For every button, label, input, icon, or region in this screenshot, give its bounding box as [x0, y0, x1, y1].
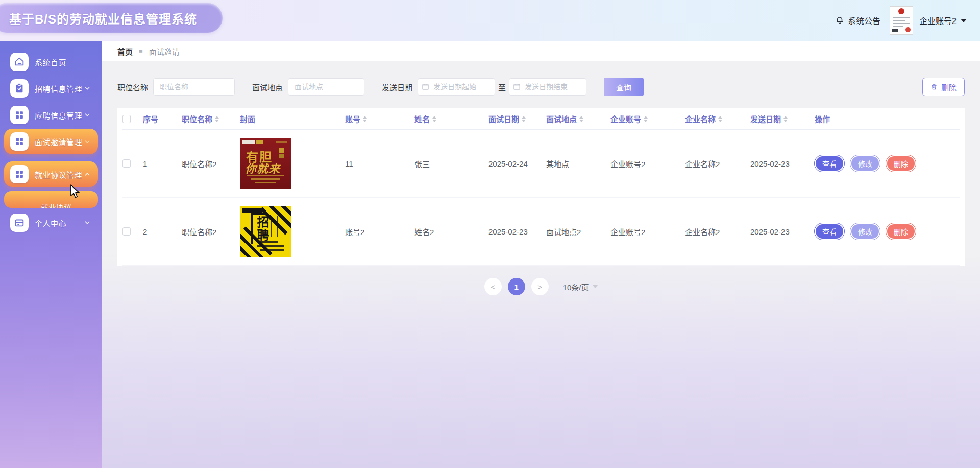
sort-icon[interactable]	[363, 116, 367, 122]
col-header-company-name[interactable]: 企业名称	[685, 113, 716, 124]
main-area: 首页 ≡ 面试邀请 职位名称 面试地点 发送日期	[102, 41, 980, 468]
account-dropdown-icon[interactable]	[961, 19, 967, 22]
sort-icon[interactable]	[718, 116, 722, 122]
cell-position: 职位名称2	[182, 158, 216, 169]
col-header-cover: 封面	[240, 113, 255, 124]
prev-page-button[interactable]: <	[484, 278, 502, 295]
sort-icon[interactable]	[783, 116, 788, 122]
clipboard-icon	[10, 79, 29, 98]
sort-icon[interactable]	[644, 116, 648, 122]
row-checkbox[interactable]	[122, 227, 131, 236]
calendar-icon	[513, 83, 521, 92]
sidebar-label: 招聘信息管理	[35, 83, 82, 94]
sidebar-item-interview-invite[interactable]: 面试邀请管理	[4, 129, 98, 154]
page-size-label: 10条/页	[563, 282, 589, 292]
sidebar-label: 个人中心	[35, 218, 66, 228]
grid-icon	[10, 106, 29, 124]
view-button[interactable]: 查看	[815, 155, 844, 172]
cell-interview-date: 2025-02-24	[488, 159, 528, 168]
cell-name: 张三	[414, 158, 430, 169]
grid-icon	[10, 132, 29, 151]
col-header-interview-location[interactable]: 面试地点	[546, 113, 577, 124]
cell-company-account: 企业账号2	[610, 226, 645, 237]
avatar[interactable]	[890, 6, 913, 35]
sidebar-item-recruitment[interactable]: 招聘信息管理	[4, 76, 98, 101]
avatar-line	[893, 26, 903, 27]
cell-name: 姓名2	[414, 226, 434, 237]
sort-icon[interactable]	[432, 116, 436, 122]
cell-company-account: 企业账号2	[610, 158, 645, 169]
sidebar-label: 就业协议管理	[35, 169, 82, 180]
page-number[interactable]: 1	[508, 278, 525, 295]
breadcrumb: 首页 ≡ 面试邀请	[102, 41, 980, 61]
cell-interview-location: 某地点	[546, 158, 569, 169]
position-label: 职位名称	[117, 82, 148, 92]
table-row: 1 职位名称2 有胆 你就来	[122, 130, 960, 198]
app-title-pill: 基于B/S的劳动就业信息管理系统	[0, 3, 223, 33]
cover-decoration	[255, 182, 276, 183]
col-header-position[interactable]: 职位名称	[182, 113, 212, 124]
col-header-account[interactable]: 账号	[345, 113, 360, 124]
edit-button[interactable]: 修改	[850, 155, 880, 172]
breadcrumb-current: 面试邀请	[149, 46, 180, 57]
search-button[interactable]: 查询	[604, 78, 644, 96]
sidebar-label: 应聘信息管理	[35, 110, 82, 121]
sort-icon[interactable]	[579, 116, 583, 122]
sidebar-item-home[interactable]: 系统首页	[4, 49, 98, 75]
next-page-button[interactable]: >	[531, 278, 549, 295]
cell-send-date: 2025-02-23	[750, 227, 790, 236]
batch-delete-button[interactable]: 删除	[922, 78, 965, 96]
col-header-company-account[interactable]: 企业账号	[610, 113, 641, 124]
data-table: 序号 职位名称 封面 账号 姓名 面试日期 面试地点 企业账号 企业名称	[117, 108, 965, 266]
calendar-icon	[422, 83, 429, 92]
cell-interview-date: 2025-02-23	[488, 227, 528, 236]
select-all-checkbox[interactable]	[122, 115, 131, 123]
home-icon	[10, 53, 29, 71]
sidebar-item-application[interactable]: 应聘信息管理	[4, 102, 98, 128]
sidebar-item-personal-center[interactable]: 个人中心	[4, 210, 98, 236]
system-announcement-button[interactable]: 系统公告	[835, 14, 880, 27]
location-label: 面试地点	[252, 82, 283, 92]
col-header-index: 序号	[143, 113, 158, 124]
chevron-up-icon	[84, 171, 91, 178]
page-size-select[interactable]: 10条/页	[563, 282, 598, 292]
cell-index: 2	[143, 227, 147, 236]
cell-company-name: 企业名称2	[685, 158, 720, 169]
chevron-down-icon	[84, 111, 91, 119]
cell-position: 职位名称2	[182, 226, 216, 237]
cell-interview-location: 面试地点2	[546, 226, 581, 237]
card-icon	[10, 214, 29, 232]
cell-company-name: 企业名称2	[685, 226, 720, 237]
cover-image[interactable]: 有胆 你就来	[240, 138, 291, 189]
app-header: 基于B/S的劳动就业信息管理系统 系统公告 企业账号2	[0, 0, 980, 41]
delete-button[interactable]: 删除	[886, 155, 916, 172]
sidebar-subitem-employment-agreement[interactable]: 就业协议	[4, 191, 98, 208]
col-header-actions: 操作	[815, 113, 830, 124]
col-header-interview-date[interactable]: 面试日期	[488, 113, 519, 124]
sidebar-label: 面试邀请管理	[35, 136, 82, 147]
breadcrumb-home[interactable]: 首页	[117, 46, 133, 57]
sidebar-sublabel: 就业协议	[41, 202, 71, 208]
content: 职位名称 面试地点 发送日期 至	[102, 61, 980, 295]
view-button[interactable]: 查看	[815, 223, 844, 240]
col-header-send-date[interactable]: 发送日期	[750, 113, 781, 124]
sidebar-item-employment-agreement[interactable]: 就业协议管理	[4, 161, 98, 187]
delete-button[interactable]: 删除	[886, 223, 916, 240]
location-input[interactable]	[288, 78, 364, 96]
cover-decoration	[242, 140, 255, 144]
cover-decoration	[279, 154, 284, 158]
sort-icon[interactable]	[522, 116, 526, 122]
position-input[interactable]	[153, 78, 235, 96]
grid-icon	[10, 165, 29, 183]
sort-icon[interactable]	[215, 116, 219, 122]
cover-image[interactable]: 招聘	[240, 206, 291, 257]
pagination: < 1 > 10条/页	[117, 278, 965, 295]
edit-button[interactable]: 修改	[850, 223, 880, 240]
chevron-down-icon	[84, 138, 91, 145]
col-header-name[interactable]: 姓名	[414, 113, 430, 124]
cell-send-date: 2025-02-23	[750, 159, 790, 168]
avatar-seal2-icon	[905, 27, 911, 32]
cover-decoration	[276, 141, 287, 143]
row-checkbox[interactable]	[122, 159, 131, 168]
account-name[interactable]: 企业账号2	[919, 14, 957, 27]
